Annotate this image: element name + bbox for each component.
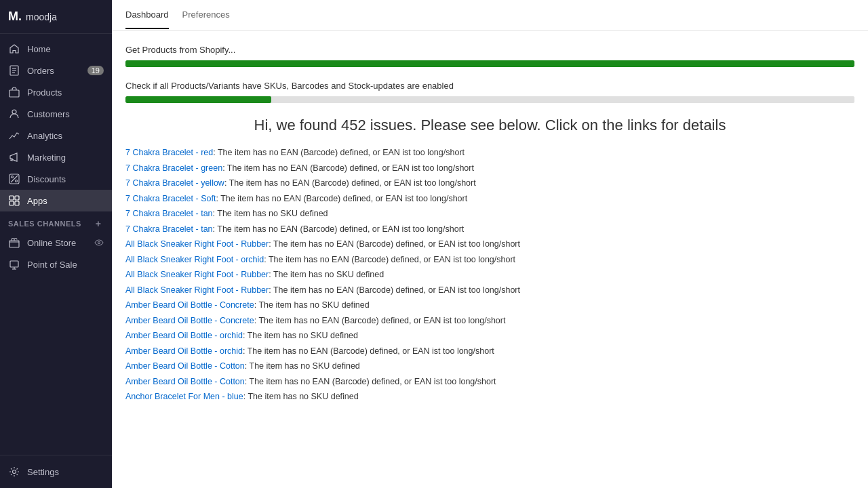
issue-link[interactable]: Amber Beard Oil Bottle - Concrete	[125, 316, 254, 325]
sidebar-item-products-label: Products	[27, 87, 104, 98]
home-icon	[8, 43, 20, 55]
add-sales-channel-button[interactable]: +	[93, 218, 104, 229]
issue-text: : The item has no EAN (Barcode) defined,…	[216, 194, 467, 203]
issue-link[interactable]: Amber Beard Oil Bottle - Cotton	[125, 377, 245, 386]
issue-text: : The item has no EAN (Barcode) defined,…	[224, 178, 476, 188]
list-item: Amber Beard Oil Bottle - Concrete: The i…	[125, 298, 854, 313]
issue-text: : The item has no SKU defined	[269, 270, 384, 279]
issue-text: : The item has no EAN (Barcode) defined,…	[264, 255, 515, 264]
list-item: Amber Beard Oil Bottle - orchid: The ite…	[125, 328, 854, 344]
svg-point-19	[13, 470, 16, 474]
orders-icon	[8, 64, 20, 77]
issue-text: : The item has no EAN (Barcode) defined,…	[213, 148, 465, 157]
issue-text: : The item has no SKU defined	[213, 209, 328, 218]
sidebar: M. moodja Home Orders 19	[0, 0, 112, 488]
check-label: Check if all Products/Variants have SKUs…	[125, 81, 854, 91]
sidebar-item-products[interactable]: Products	[0, 81, 112, 103]
issue-text: : The item has no SKU defined	[254, 300, 370, 310]
issue-link[interactable]: All Black Sneaker Right Foot - Rubber	[125, 285, 269, 295]
svg-rect-16	[10, 261, 18, 267]
issue-text: : The item has no SKU defined	[245, 361, 360, 371]
issue-text: : The item has no EAN (Barcode) defined,…	[269, 285, 520, 295]
brand: M. moodja	[0, 0, 112, 34]
issue-text: : The item has no EAN (Barcode) defined,…	[222, 163, 474, 173]
issue-link[interactable]: 7 Chakra Bracelet - green	[125, 163, 222, 173]
list-item: All Black Sneaker Right Foot - Rubber: T…	[125, 283, 854, 298]
sidebar-item-marketing-label: Marketing	[27, 152, 104, 163]
list-item: 7 Chakra Bracelet - tan: The item has no…	[125, 222, 854, 237]
issue-link[interactable]: Amber Beard Oil Bottle - Concrete	[125, 300, 254, 310]
sidebar-item-home[interactable]: Home	[0, 38, 112, 60]
tab-preferences[interactable]: Preferences	[182, 1, 230, 29]
sidebar-item-customers-label: Customers	[27, 109, 104, 119]
customers-icon	[8, 108, 20, 120]
marketing-icon	[8, 151, 20, 163]
list-item: 7 Chakra Bracelet - Soft: The item has n…	[125, 191, 854, 207]
get-products-progress-bar	[125, 60, 854, 67]
issue-text: : The item has no SKU defined	[243, 331, 358, 340]
sidebar-item-orders[interactable]: Orders 19	[0, 60, 112, 81]
check-progress-bar	[125, 96, 854, 103]
sidebar-item-apps[interactable]: Apps	[0, 190, 112, 211]
list-item: Amber Beard Oil Bottle - orchid: The ite…	[125, 344, 854, 359]
list-item: All Black Sneaker Right Foot - Rubber: T…	[125, 267, 854, 283]
sidebar-item-settings-label: Settings	[27, 467, 104, 477]
sidebar-footer: Settings	[0, 455, 112, 488]
get-products-progress-fill	[125, 60, 854, 67]
issue-link[interactable]: Anchor Bracelet For Men - blue	[125, 392, 243, 401]
issue-link[interactable]: Amber Beard Oil Bottle - orchid	[125, 346, 243, 356]
analytics-icon	[8, 129, 20, 142]
sidebar-item-point-of-sale[interactable]: Point of Sale	[0, 253, 112, 275]
issues-list: 7 Chakra Bracelet - red: The item has no…	[125, 145, 854, 405]
svg-rect-13	[15, 201, 19, 205]
sidebar-item-discounts[interactable]: Discounts	[0, 168, 112, 190]
get-products-section: Get Products from Shopify...	[125, 45, 854, 67]
issue-link[interactable]: 7 Chakra Bracelet - yellow	[125, 178, 224, 188]
main-content: Dashboard Preferences Get Products from …	[112, 0, 868, 488]
svg-rect-12	[9, 201, 14, 205]
issue-link[interactable]: 7 Chakra Bracelet - tan	[125, 224, 213, 234]
issue-link[interactable]: All Black Sneaker Right Foot - Rubber	[125, 239, 269, 249]
svg-rect-11	[15, 196, 19, 200]
issue-link[interactable]: Amber Beard Oil Bottle - orchid	[125, 331, 243, 340]
issue-link[interactable]: 7 Chakra Bracelet - red	[125, 148, 213, 157]
issue-link[interactable]: 7 Chakra Bracelet - tan	[125, 209, 213, 218]
sidebar-item-orders-label: Orders	[27, 66, 87, 76]
list-item: Amber Beard Oil Bottle - Cotton: The ite…	[125, 374, 854, 390]
list-item: 7 Chakra Bracelet - yellow: The item has…	[125, 176, 854, 191]
issue-text: : The item has no EAN (Barcode) defined,…	[213, 224, 465, 234]
svg-rect-10	[9, 196, 14, 200]
issue-link[interactable]: All Black Sneaker Right Foot - orchid	[125, 255, 264, 264]
sidebar-item-apps-label: Apps	[27, 196, 104, 206]
issue-link[interactable]: 7 Chakra Bracelet - Soft	[125, 194, 216, 203]
sidebar-item-home-label: Home	[27, 44, 104, 54]
list-item: All Black Sneaker Right Foot - orchid: T…	[125, 252, 854, 268]
store-icon	[8, 237, 20, 249]
online-store-eye-icon[interactable]	[94, 238, 104, 247]
tabs: Dashboard Preferences	[125, 1, 230, 29]
sidebar-item-settings[interactable]: Settings	[0, 461, 112, 483]
products-icon	[8, 86, 20, 98]
pos-icon	[8, 258, 20, 270]
issue-text: : The item has no SKU defined	[243, 392, 359, 401]
sidebar-item-analytics[interactable]: Analytics	[0, 125, 112, 146]
discounts-icon	[8, 173, 20, 185]
tab-dashboard[interactable]: Dashboard	[125, 1, 169, 29]
svg-line-8	[11, 176, 18, 182]
apps-icon	[8, 195, 20, 207]
list-item: Anchor Bracelet For Men - blue: The item…	[125, 389, 854, 405]
sidebar-item-online-store[interactable]: Online Store	[0, 232, 112, 253]
svg-point-6	[12, 176, 14, 178]
issue-link[interactable]: Amber Beard Oil Bottle - Cotton	[125, 361, 245, 371]
sidebar-item-customers[interactable]: Customers	[0, 103, 112, 125]
issue-link[interactable]: All Black Sneaker Right Foot - Rubber	[125, 270, 269, 279]
list-item: 7 Chakra Bracelet - green: The item has …	[125, 161, 854, 176]
issue-text: : The item has no EAN (Barcode) defined,…	[245, 377, 496, 386]
svg-point-15	[98, 242, 100, 244]
sales-channels-header: SALES CHANNELS +	[0, 211, 112, 232]
sidebar-item-marketing[interactable]: Marketing	[0, 146, 112, 168]
svg-point-5	[12, 110, 16, 114]
list-item: Amber Beard Oil Bottle - Cotton: The ite…	[125, 359, 854, 374]
settings-icon	[8, 466, 20, 478]
content-area: Get Products from Shopify... Check if al…	[112, 31, 868, 488]
